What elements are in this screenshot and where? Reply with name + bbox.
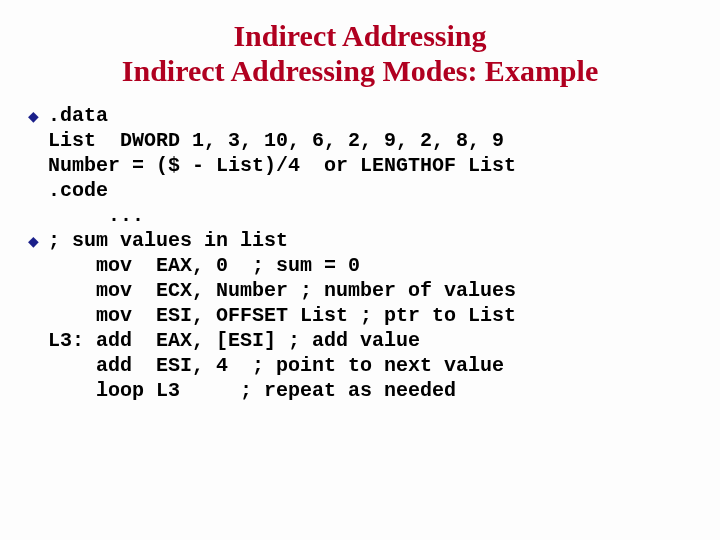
- diamond-bullet-icon: ◆: [28, 228, 48, 254]
- bullet-body: .data List DWORD 1, 3, 10, 6, 2, 9, 2, 8…: [48, 103, 692, 228]
- code-block: .data List DWORD 1, 3, 10, 6, 2, 9, 2, 8…: [48, 103, 692, 228]
- code-block: ; sum values in list mov EAX, 0 ; sum = …: [48, 228, 692, 403]
- diamond-bullet-icon: ◆: [28, 103, 48, 129]
- slide: Indirect Addressing Indirect Addressing …: [0, 0, 720, 540]
- bullet-list: ◆ .data List DWORD 1, 3, 10, 6, 2, 9, 2,…: [28, 103, 692, 403]
- title-line-2: Indirect Addressing Modes: Example: [28, 53, 692, 88]
- bullet-body: ; sum values in list mov EAX, 0 ; sum = …: [48, 228, 692, 403]
- list-item: ◆ .data List DWORD 1, 3, 10, 6, 2, 9, 2,…: [28, 103, 692, 228]
- list-item: ◆ ; sum values in list mov EAX, 0 ; sum …: [28, 228, 692, 403]
- slide-title: Indirect Addressing Indirect Addressing …: [28, 18, 692, 89]
- title-line-1: Indirect Addressing: [28, 18, 692, 53]
